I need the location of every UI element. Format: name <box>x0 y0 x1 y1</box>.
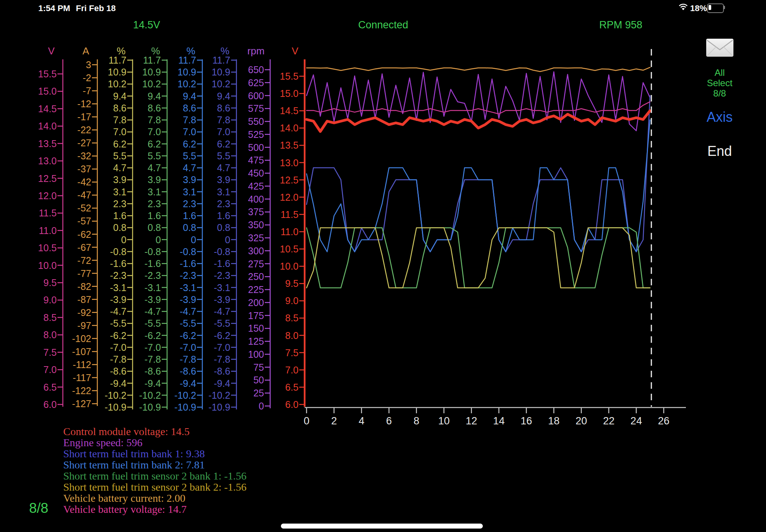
x-axis-label: 26 <box>652 415 675 427</box>
x-axis-label: 10 <box>433 415 456 427</box>
x-axis-label: 2 <box>323 415 346 427</box>
x-axis-label: 18 <box>542 415 565 427</box>
x-axis-label: 8 <box>405 415 428 427</box>
legend-item[interactable]: Short term fuel trim sensor 2 bank 1: -1… <box>63 470 246 481</box>
legend-item[interactable]: Vehicle battery current: 2.00 <box>63 493 246 504</box>
x-axis-label: 6 <box>377 415 400 427</box>
select-all-count: 8/8 <box>689 88 750 98</box>
home-indicator[interactable] <box>281 524 483 529</box>
x-axis-label: 12 <box>460 415 483 427</box>
envelope-icon <box>706 39 733 57</box>
legend-item[interactable]: Short term fuel trim sensor 2 bank 2: -1… <box>63 481 246 493</box>
select-all-line1: All <box>689 67 750 78</box>
x-axis-label: 20 <box>570 415 593 427</box>
x-axis-label: 16 <box>515 415 538 427</box>
page-count: 8/8 <box>29 500 48 516</box>
legend-item[interactable]: Short term fuel trim bank 2: 7.81 <box>63 459 246 470</box>
legend-item[interactable]: Control module voltage: 14.5 <box>63 426 246 437</box>
x-axis-label: 14 <box>487 415 510 427</box>
legend-item[interactable]: Engine speed: 596 <box>63 437 246 448</box>
legend-item[interactable]: Short term fuel trim bank 1: 9.38 <box>63 448 246 459</box>
obd-graph-screen: 1:54 PM Fri Feb 18 18% 14.5V Connected R… <box>0 0 766 532</box>
end-button[interactable]: End <box>689 143 750 159</box>
mail-share-button[interactable] <box>706 39 733 57</box>
select-all-line2: Select <box>689 78 750 88</box>
legend: Control module voltage: 14.5Engine speed… <box>63 426 246 515</box>
x-axis-label: 22 <box>597 415 620 427</box>
legend-item[interactable]: Vehicle battery voltage: 14.7 <box>63 504 246 515</box>
x-axis-label: 4 <box>350 415 373 427</box>
axis-button[interactable]: Axis <box>689 109 750 125</box>
x-axis-label: 24 <box>625 415 648 427</box>
x-axis-label: 0 <box>295 415 318 427</box>
select-all-button[interactable]: All Select 8/8 <box>689 67 750 98</box>
